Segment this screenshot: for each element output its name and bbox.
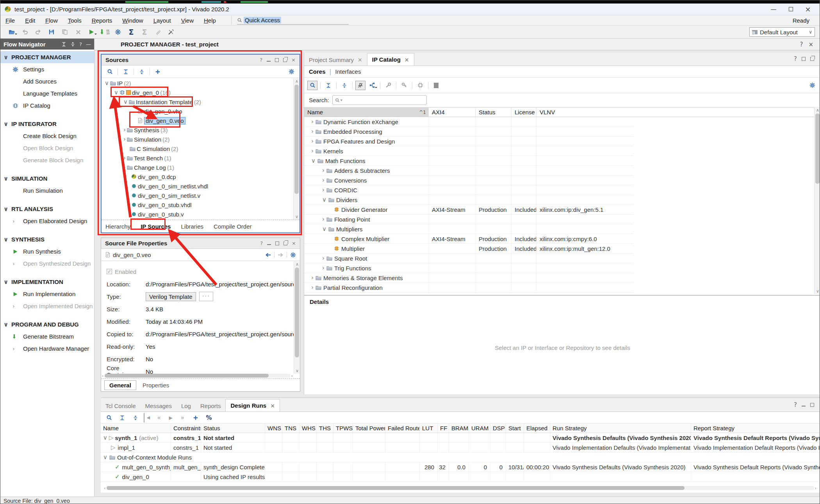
chevron-down-icon[interactable]: ∨ [123,98,128,105]
tab-ip-catalog[interactable]: IP Catalog× [367,53,414,66]
tree-item[interactable]: div_gen_0_sim_netlist.v [102,191,299,200]
tab-libraries[interactable]: Libraries [181,223,203,230]
column-vlnv[interactable]: VLNV [537,108,633,117]
chevron-down-icon[interactable]: ∨ [103,454,107,461]
close-icon[interactable]: × [808,41,813,48]
help-icon[interactable]: ? [79,41,82,47]
cancel-report-button[interactable]: Σ [138,27,151,37]
step-first-button[interactable]: ◀ [144,413,152,422]
sidebar-item-add-sources[interactable]: Add Sources [0,75,94,87]
horizontal-scrollbar[interactable]: ‹› [104,486,816,490]
sources-header[interactable]: Sources ? × [102,55,299,66]
catalog-ip-row[interactable]: Complex MultiplierAXI4-StreamProductionI… [304,234,633,244]
column-tpws[interactable]: TPWS [333,424,353,433]
column-status[interactable]: Status [201,424,265,433]
quick-access-search[interactable]: Quick Access [231,16,349,25]
run-row-impl-1[interactable]: ▷impl_1 constrs_1 Not started Vivado Imp… [101,443,820,453]
catalog-row[interactable]: ›Floating Point [304,215,633,224]
search-input[interactable]: ▾ [332,95,427,105]
column-run-strategy[interactable]: Run Strategy [550,424,691,433]
column-bram[interactable]: BRAM [449,424,469,433]
catalog-ip-row[interactable]: Divider GeneratorAXI4-StreamProductionIn… [304,205,633,215]
sidebar-section-synthesis[interactable]: ∨SYNTHESIS [0,233,94,245]
settings-button[interactable] [111,27,125,37]
chevron-down-icon[interactable]: ∨ [103,434,107,441]
expand-all-button[interactable] [130,413,141,422]
catalog-row[interactable]: ›Embedded Processing [304,127,633,137]
search-button[interactable] [307,81,317,90]
save-button[interactable] [45,27,58,37]
menu-reports[interactable]: Reports [87,16,118,25]
collapse-all-button[interactable] [117,413,127,422]
search-button[interactable] [105,67,115,76]
float-panel-icon[interactable] [283,241,287,245]
expand-all-button[interactable] [339,81,349,90]
scroll-down-icon[interactable]: ∨ [815,289,820,294]
generate-bitstream-button[interactable]: 0110 [98,27,111,37]
minimize-panel-icon[interactable]: — [86,41,91,47]
tab-interfaces[interactable]: Interfaces [335,68,361,75]
tab-messages[interactable]: Messages [141,400,176,412]
catalog-row[interactable]: ›Kernels [304,146,633,156]
menu-help[interactable]: Help [199,16,221,25]
catalog-row[interactable]: ›Conversions [304,176,633,185]
sidebar-item-language-templates[interactable]: Language Templates [0,87,94,99]
catalog-row[interactable]: ›Trig Functions [304,263,633,273]
menu-tools[interactable]: Tools [63,16,87,25]
help-icon[interactable]: ? [794,55,797,62]
create-run-button[interactable] [191,413,201,422]
undo-button[interactable] [18,27,32,37]
link-button[interactable] [151,27,164,37]
license-button[interactable] [399,81,409,90]
collapse-all-button[interactable] [121,67,131,76]
column-report-strategy[interactable]: Report Strategy [691,424,820,433]
tree-item[interactable]: ›Simulation(2) [102,135,299,144]
back-arrow-icon[interactable] [265,252,271,258]
tab-reports[interactable]: Reports [196,400,226,412]
close-tab-icon[interactable]: × [405,57,409,63]
sidebar-item-open-elaborated-design[interactable]: ›Open Elaborated Design [0,215,94,227]
sidebar-item-run-simulation[interactable]: Run Simulation [0,185,94,197]
help-icon[interactable]: ? [800,41,803,48]
sidebar-item-project-manager[interactable]: ∨PROJECT MANAGER [0,51,94,63]
tree-item[interactable]: div_gen_0.dcp [102,172,299,181]
maximize-panel-icon[interactable] [802,57,806,61]
panel-settings-button[interactable] [286,67,296,76]
type-dropdown[interactable]: Verilog Template [146,292,196,301]
scroll-down-icon[interactable]: ∨ [294,368,300,373]
menu-flow[interactable]: Flow [40,16,63,25]
scroll-right-icon[interactable]: › [291,373,293,378]
scroll-right-icon[interactable]: › [815,486,816,491]
sidebar-item-generate-bitstream[interactable]: Generate Bitstream [0,330,94,343]
float-panel-icon[interactable] [283,58,287,62]
percent-button[interactable]: % [204,413,214,422]
tab-project-summary[interactable]: Project Summary× [304,54,367,66]
details-toggle-button[interactable] [431,81,441,90]
tree-item[interactable]: ∨div_gen_0(16) [102,88,299,97]
group-by-button[interactable] [367,81,377,90]
column-wns[interactable]: WNS [265,424,282,433]
tab-ip-sources[interactable]: IP Sources [141,223,171,230]
sidebar-section-simulation[interactable]: ∨SIMULATION [0,172,94,185]
minimize-panel-icon[interactable] [267,59,271,62]
tree-item[interactable]: C Simulation(2) [102,144,299,153]
close-panel-icon[interactable]: × [291,57,296,63]
column-tns[interactable]: TNS [282,424,299,433]
browse-button[interactable]: ··· [199,292,213,301]
run-row-div-gen[interactable]: ✓div_gen_0 Using cached IP results [101,472,820,482]
sidebar-section-ip-integrator[interactable]: ∨IP INTEGRATOR [0,118,94,130]
catalog-row[interactable]: ∨Multipliers [304,224,633,234]
sidebar-item-run-synthesis[interactable]: Run Synthesis [0,245,94,257]
vertical-scrollbar[interactable]: ∧∨ [814,107,820,294]
sidebar-item-settings[interactable]: Settings [0,63,94,75]
forward-arrow-icon[interactable] [278,252,283,258]
collapse-all-button[interactable] [323,81,333,90]
tree-item[interactable]: ∨Instantiation Template(2) [102,97,299,106]
sidebar-item-create-block-design[interactable]: Create Block Design [0,130,94,142]
sidebar-item-run-implementation[interactable]: Run Implementation [0,288,94,300]
scroll-left-icon[interactable]: ‹ [102,373,103,378]
sidebar-section-implementation[interactable]: ∨IMPLEMENTATION [0,276,94,288]
gear-icon[interactable] [290,252,296,258]
open-project-button[interactable] [5,27,18,37]
scroll-up-icon[interactable]: ∧ [294,262,300,267]
